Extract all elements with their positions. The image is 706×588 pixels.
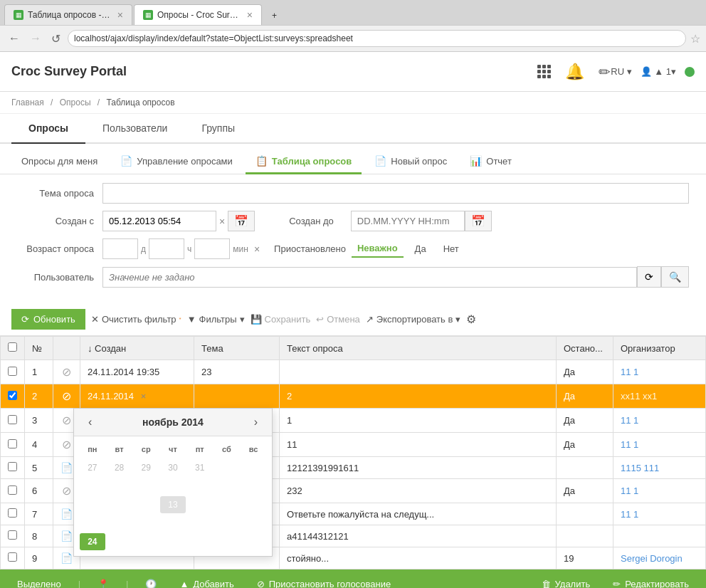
- cal-day[interactable]: 15: [214, 496, 240, 513]
- row-checkbox-cell[interactable]: [1, 384, 25, 409]
- cal-day[interactable]: 3: [80, 478, 105, 495]
- row-checkbox-cell[interactable]: [1, 457, 25, 479]
- cal-day[interactable]: 31: [187, 459, 213, 476]
- user-search-btn[interactable]: 🔍: [661, 266, 689, 288]
- lang-btn[interactable]: RU ▾: [611, 66, 631, 77]
- row-checkbox-cell[interactable]: [1, 360, 25, 384]
- new-tab-btn[interactable]: +: [263, 6, 285, 25]
- cal-day[interactable]: 13: [160, 496, 186, 513]
- tab-close-2[interactable]: ×: [247, 9, 253, 21]
- browser-tab-2[interactable]: ▦ Опросы - Croc Survey Po... ×: [134, 4, 262, 25]
- cal-day[interactable]: 30: [241, 533, 266, 550]
- address-input[interactable]: [68, 30, 686, 47]
- cal-day[interactable]: 18: [107, 515, 132, 532]
- row-checkbox-6[interactable]: [8, 485, 17, 495]
- organizer-link-1[interactable]: 11 1: [621, 367, 638, 377]
- organizer-link-5[interactable]: 1115 111: [621, 463, 659, 473]
- cal-day[interactable]: 29: [214, 533, 240, 550]
- cal-day[interactable]: 12: [133, 496, 159, 513]
- add-btn[interactable]: ▲ Добавить: [174, 569, 239, 588]
- created-to-input[interactable]: [351, 211, 465, 231]
- organizer-link-7[interactable]: 11 1: [621, 509, 638, 520]
- back-btn[interactable]: ←: [6, 31, 23, 46]
- cal-day[interactable]: 27: [80, 459, 105, 476]
- delete-btn[interactable]: 🗑 Удалить: [536, 579, 596, 589]
- cal-day[interactable]: 19: [133, 515, 159, 532]
- breadcrumb-surveys[interactable]: Опросы: [60, 98, 91, 107]
- cal-day[interactable]: 26: [133, 533, 159, 550]
- row-checkbox-cell[interactable]: [1, 525, 25, 547]
- browser-tab-1[interactable]: ▦ Таблица опросов - Croc ... ×: [4, 4, 132, 25]
- cal-clear-btn[interactable]: ×: [141, 391, 147, 401]
- edit-icon[interactable]: ✏: [599, 63, 611, 80]
- cal-day[interactable]: 6: [160, 478, 186, 495]
- cal-day[interactable]: 28: [107, 459, 132, 476]
- created-from-input[interactable]: [102, 211, 216, 231]
- user-refresh-btn[interactable]: ⟳: [637, 266, 661, 288]
- row-checkbox-8[interactable]: [8, 530, 17, 540]
- age-min-input[interactable]: [194, 238, 230, 259]
- created-from-clear[interactable]: ×: [219, 216, 225, 227]
- age-hours-input[interactable]: [149, 238, 184, 259]
- cal-day[interactable]: 23: [241, 515, 266, 532]
- organizer-link-3[interactable]: 11 1: [621, 415, 638, 426]
- cal-day[interactable]: 8: [214, 478, 240, 495]
- clock-btn[interactable]: 🕐: [139, 569, 162, 588]
- bell-icon[interactable]: 🔔: [565, 63, 584, 81]
- row-checkbox-cell[interactable]: [1, 409, 25, 433]
- cal-day[interactable]: 30: [160, 459, 186, 476]
- row-checkbox-cell[interactable]: [1, 547, 25, 569]
- created-to-cal-btn[interactable]: 📅: [465, 211, 492, 231]
- age-clear-btn[interactable]: ×: [254, 243, 260, 255]
- grid-icon[interactable]: [537, 65, 551, 78]
- cal-day[interactable]: 11: [107, 496, 132, 513]
- cal-day[interactable]: 24: [80, 533, 105, 550]
- row-checkbox-4[interactable]: [8, 439, 17, 448]
- created-from-cal-btn[interactable]: 📅: [228, 211, 255, 231]
- sub-tab-report[interactable]: 📊 Отчет: [460, 149, 522, 174]
- reload-btn[interactable]: ↺: [48, 31, 63, 47]
- cal-day[interactable]: 5: [133, 478, 159, 495]
- age-days-input[interactable]: [102, 238, 138, 259]
- row-checkbox-1[interactable]: [8, 367, 17, 376]
- forward-btn[interactable]: →: [27, 31, 44, 46]
- organizer-link-9[interactable]: Sergei Dorogin: [621, 553, 683, 564]
- select-all-checkbox[interactable]: [8, 342, 17, 352]
- paused-option-0[interactable]: Неважно: [352, 240, 404, 258]
- bookmark-btn[interactable]: ☆: [690, 32, 700, 46]
- cal-prev-btn[interactable]: ‹: [83, 414, 98, 430]
- row-checkbox-3[interactable]: [8, 415, 17, 424]
- cancel-btn[interactable]: ↩ Отмена: [316, 314, 360, 325]
- edit-btn[interactable]: ✏ Редактировать: [607, 579, 695, 589]
- cal-day[interactable]: 1: [214, 459, 240, 476]
- row-checkbox-9[interactable]: [8, 552, 17, 562]
- cal-day[interactable]: 27: [160, 533, 186, 550]
- breadcrumb-home[interactable]: Главная: [11, 98, 44, 107]
- cal-day[interactable]: 14: [187, 496, 213, 513]
- cal-day[interactable]: 17: [80, 515, 105, 532]
- organizer-link-6[interactable]: 11 1: [621, 485, 638, 496]
- sub-tab-my[interactable]: Опросы для меня: [11, 149, 107, 174]
- cal-day[interactable]: 2: [241, 459, 266, 476]
- cal-next-btn[interactable]: ›: [248, 414, 263, 430]
- cal-day[interactable]: 25: [107, 533, 132, 550]
- row-checkbox-cell[interactable]: [1, 433, 25, 457]
- cal-day[interactable]: 28: [187, 533, 213, 550]
- clear-filter-btn[interactable]: ✕ Очистить фильтр *: [91, 314, 181, 325]
- user-btn[interactable]: 👤 ▲ 1▾: [641, 66, 676, 77]
- sub-tab-table[interactable]: 📋 Таблица опросов: [246, 149, 362, 174]
- tab-groups[interactable]: Группы: [184, 114, 252, 144]
- sub-tab-manage[interactable]: 📄 Управление опросами: [110, 149, 243, 174]
- cal-day[interactable]: 7: [187, 478, 213, 495]
- cal-day[interactable]: 4: [107, 478, 132, 495]
- user-filter-input[interactable]: [102, 267, 637, 288]
- organizer-link-4[interactable]: 11 1: [621, 439, 638, 450]
- cal-day[interactable]: 29: [133, 459, 159, 476]
- cal-day[interactable]: 10: [80, 496, 105, 513]
- export-btn[interactable]: ↗ Экспортировать в ▾: [366, 314, 461, 325]
- save-btn[interactable]: 💾 Сохранить: [251, 314, 311, 325]
- cal-day[interactable]: 20: [160, 515, 186, 532]
- row-checkbox-5[interactable]: [8, 462, 17, 471]
- tab-close-1[interactable]: ×: [117, 9, 123, 21]
- col-created[interactable]: ↓ Создан: [80, 337, 194, 360]
